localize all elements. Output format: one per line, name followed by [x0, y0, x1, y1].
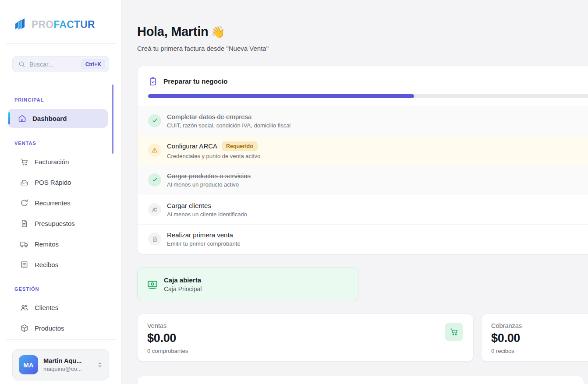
sidebar-item-productos[interactable]: Productos — [0, 318, 121, 338]
sidebar-item-recurrentes[interactable]: Recurrentes — [0, 193, 121, 213]
sidebar: PROFACTUR Ctrl+K PRINCIPAL Dashboard VEN… — [0, 0, 122, 384]
cash-register-icon — [20, 178, 29, 187]
main-content: Hola, Martin👋 Creá tu primera factura de… — [122, 0, 588, 384]
cash-register-status-card[interactable]: Caja abierta Caja Principal — [137, 268, 358, 301]
checklist-item-texts: Cargar productos o servicios Al menos un… — [167, 172, 251, 188]
profile-email: maquino@co... — [43, 366, 96, 372]
nav-section-principal: PRINCIPAL — [14, 97, 121, 102]
progress-bar — [148, 94, 588, 98]
document-icon — [20, 219, 29, 228]
checklist-item-texts: Cargar clientes Al menos un cliente iden… — [167, 202, 247, 218]
nav-section-ventas: VENTAS — [14, 141, 121, 146]
truck-icon — [20, 240, 29, 249]
chevron-up-down-icon[interactable] — [96, 361, 103, 368]
stat-value: $0.00 — [491, 331, 588, 345]
checklist-item-title-text: Configurar ARCA — [167, 142, 217, 150]
page-title: Hola, Martin👋 — [137, 0, 588, 39]
users-icon — [20, 303, 29, 312]
search-input[interactable] — [29, 61, 81, 68]
checklist-item-configurar-arca[interactable]: Configurar ARCARequerido Credenciales y … — [138, 136, 588, 166]
checklist-item-title: Configurar ARCARequerido — [167, 141, 260, 151]
progress-fill — [148, 94, 414, 98]
nav-list-gestion: Clientes Productos — [0, 297, 121, 338]
checklist-item-datos-empresa[interactable]: Completar datos de empresa CUIT, razón s… — [138, 106, 588, 136]
checklist-item-subtitle: Al menos un cliente identificado — [167, 211, 247, 218]
sidebar-item-clientes[interactable]: Clientes — [0, 297, 121, 318]
clipboard-check-icon — [148, 77, 158, 86]
warning-triangle-icon — [148, 144, 161, 157]
onboarding-checklist-card: Preparar tu negocio Completar datos de e… — [137, 66, 588, 254]
greeting-text: Hola, Martin — [137, 25, 208, 39]
sidebar-item-remitos[interactable]: Remitos — [0, 234, 121, 254]
sidebar-item-label: Clientes — [35, 304, 58, 311]
sidebar-item-facturacion[interactable]: Facturación — [0, 151, 121, 172]
checklist-item-cargar-clientes[interactable]: Cargar clientes Al menos un cliente iden… — [138, 195, 588, 225]
cart-icon — [445, 323, 463, 341]
sidebar-item-label: POS Rápido — [35, 179, 71, 186]
checklist-item-texts: Configurar ARCARequerido Credenciales y … — [167, 141, 260, 159]
stat-label: Cobranzas — [491, 322, 588, 329]
stat-label: Ventas — [147, 322, 464, 329]
logo-icon — [13, 17, 29, 32]
refresh-icon — [20, 198, 29, 208]
check-icon — [148, 173, 161, 187]
checklist-item-texts: Completar datos de empresa CUIT, razón s… — [167, 113, 290, 129]
checklist-item-cargar-productos[interactable]: Cargar productos o servicios Al menos un… — [138, 165, 588, 195]
user-profile-menu[interactable]: MA Martin Aqu... maquino@co... — [12, 349, 109, 380]
checklist-item-title: Cargar productos o servicios — [167, 172, 251, 180]
checklist-item-subtitle: CUIT, razón social, condición IVA, domic… — [167, 122, 290, 129]
search-box[interactable]: Ctrl+K — [12, 56, 109, 72]
sidebar-divider-bottom — [6, 339, 116, 340]
stats-row: Ventas $0.00 0 comprobantes Cobranzas $0… — [137, 314, 588, 362]
sidebar-item-label: Facturación — [35, 158, 69, 166]
sidebar-item-label: Recurrentes — [35, 199, 71, 207]
sidebar-item-label: Presupuestos — [35, 220, 75, 227]
cart-icon — [20, 157, 29, 166]
sidebar-scrollbar-thumb[interactable] — [112, 85, 113, 154]
sidebar-item-recibos[interactable]: Recibos — [0, 254, 121, 275]
checklist-title: Preparar tu negocio — [163, 78, 227, 85]
profile-name: Martin Aqu... — [43, 357, 96, 364]
checklist-item-subtitle: Credenciales y punto de venta activo — [167, 153, 260, 159]
page-subtitle: Creá tu primera factura desde "Nueva Ven… — [137, 45, 588, 52]
checklist-item-title: Realizar primera venta — [167, 231, 241, 239]
file-icon — [148, 233, 161, 246]
check-icon — [148, 114, 161, 127]
sidebar-item-dashboard[interactable]: Dashboard — [8, 109, 108, 128]
box-icon — [20, 324, 29, 333]
sidebar-item-label: Productos — [35, 324, 64, 332]
checklist-item-texts: Realizar primera venta Emitir tu primer … — [167, 231, 241, 247]
logo-text-pro: PRO — [32, 19, 53, 30]
logo-text: PROFACTUR — [32, 19, 95, 31]
sidebar-item-label: Dashboard — [32, 115, 67, 122]
cash-texts: Caja abierta Caja Principal — [164, 276, 202, 292]
banknote-icon — [146, 278, 159, 290]
bottom-card-partial — [137, 376, 584, 384]
checklist-rows: Completar datos de empresa CUIT, razón s… — [138, 106, 588, 254]
stat-caption: 0 comprobantes — [147, 348, 464, 354]
checklist-item-subtitle: Emitir tu primer comprobante — [167, 240, 241, 247]
sidebar-divider-top — [6, 43, 116, 44]
checklist-item-subtitle: Al menos un producto activo — [167, 181, 251, 188]
app-logo[interactable]: PROFACTUR — [13, 16, 121, 33]
cash-status-title: Caja abierta — [164, 276, 202, 284]
stat-caption: 0 recibos — [491, 348, 588, 354]
sidebar-item-pos-rapido[interactable]: POS Rápido — [0, 172, 121, 193]
stat-card-cobranzas: Cobranzas $0.00 0 recibos — [481, 314, 588, 362]
nav-list-ventas: Facturación POS Rápido Recurrentes Presu… — [0, 151, 121, 275]
checklist-item-primera-venta[interactable]: Realizar primera venta Emitir tu primer … — [138, 224, 588, 254]
sidebar-item-label: Remitos — [35, 240, 59, 248]
sidebar-nav: PRINCIPAL Dashboard VENTAS Facturación — [0, 97, 121, 338]
logo-text-factur: FACTUR — [53, 19, 95, 30]
stat-card-ventas: Ventas $0.00 0 comprobantes — [137, 314, 474, 362]
active-indicator — [8, 112, 10, 124]
avatar: MA — [19, 355, 38, 374]
checklist-item-title: Completar datos de empresa — [167, 113, 290, 120]
checklist-item-title: Cargar clientes — [167, 202, 247, 209]
search-icon — [18, 60, 25, 68]
home-icon — [18, 114, 27, 123]
sidebar-item-label: Recibos — [35, 261, 58, 268]
sidebar-item-presupuestos[interactable]: Presupuestos — [0, 213, 121, 234]
search-shortcut-badge: Ctrl+K — [81, 60, 105, 69]
receipt-icon — [20, 260, 29, 269]
